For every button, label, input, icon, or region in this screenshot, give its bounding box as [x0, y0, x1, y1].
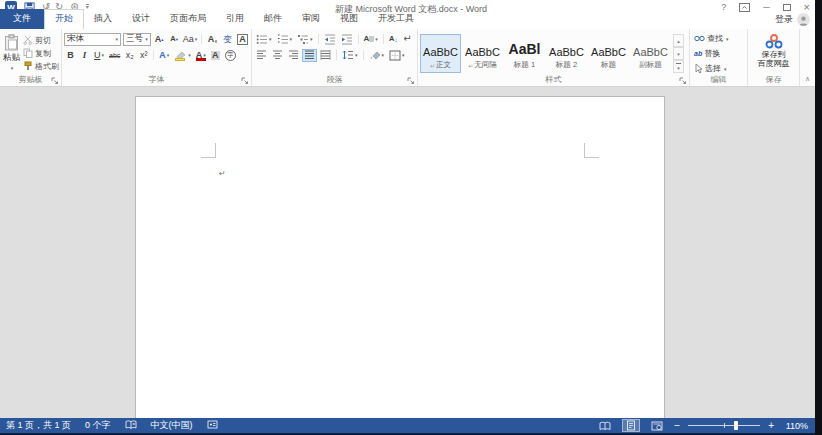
decrease-indent-button[interactable]	[322, 33, 338, 46]
tab-references[interactable]: 引用	[216, 9, 254, 29]
tab-insert[interactable]: 插入	[84, 9, 122, 29]
font-color-button[interactable]: A▾	[194, 49, 208, 62]
styles-scroll-up-icon[interactable]: ▴	[673, 34, 684, 47]
clear-formatting-button[interactable]: A	[206, 33, 219, 46]
styles-dialog-launcher-icon[interactable]	[679, 77, 687, 85]
line-spacing-button[interactable]: ▾	[340, 49, 360, 62]
zoom-out-icon[interactable]: −	[674, 421, 680, 431]
strikethrough-button[interactable]: abc	[107, 49, 122, 62]
find-button[interactable]: 查找 ▾	[694, 32, 745, 45]
paste-dropdown-icon[interactable]: ▾	[11, 65, 14, 71]
minimize-icon[interactable]: ─	[763, 2, 769, 12]
proofing-status[interactable]	[125, 420, 137, 432]
find-icon	[694, 34, 705, 43]
word-count-status[interactable]: 0 个字	[85, 419, 111, 432]
distribute-button[interactable]	[318, 49, 333, 62]
subscript-button[interactable]: x₂	[123, 49, 136, 62]
clipboard-dialog-launcher-icon[interactable]	[51, 77, 59, 85]
language-status[interactable]: 中文(中国)	[151, 419, 193, 432]
document-page[interactable]: ↵	[135, 96, 665, 418]
italic-button[interactable]: I	[78, 49, 91, 62]
sort-button[interactable]: A↓	[387, 33, 400, 46]
font-size-combobox[interactable]: 三号▾	[123, 33, 151, 46]
document-canvas[interactable]: ↵	[0, 87, 822, 418]
font-name-combobox[interactable]: 宋体▾	[64, 33, 121, 46]
save-group: 保存到 百度网盘 保存	[748, 29, 800, 86]
change-case-button[interactable]: Aa▾	[183, 33, 198, 46]
shading-icon	[369, 50, 381, 61]
copy-button[interactable]: 复制	[23, 47, 59, 59]
phonetic-guide-button[interactable]: 变	[221, 33, 234, 46]
page-number-status[interactable]: 第 1 页，共 1 页	[6, 419, 71, 432]
style-normal[interactable]: AaBbC ↵正文	[420, 34, 461, 73]
cut-button[interactable]: 剪切	[23, 34, 59, 46]
asian-layout-dropdown-icon: ▾	[375, 36, 378, 42]
close-icon[interactable]: ×	[804, 2, 810, 12]
web-layout-button[interactable]	[648, 419, 666, 432]
style-name: 标题 2	[556, 60, 577, 70]
read-mode-button[interactable]	[596, 419, 614, 432]
tab-review[interactable]: 审阅	[292, 9, 330, 29]
style-title[interactable]: AaBbC 标题	[588, 34, 629, 73]
borders-button[interactable]: ▾	[387, 49, 407, 62]
screen-edge	[815, 0, 822, 435]
macro-record-status[interactable]	[207, 420, 218, 431]
styles-more-icon[interactable]: ▾	[673, 60, 684, 73]
save-to-baidu-button[interactable]: 保存到 百度网盘	[750, 32, 797, 68]
bullets-button[interactable]: ▾	[254, 33, 274, 46]
align-right-button[interactable]	[286, 49, 301, 62]
increase-indent-button[interactable]	[339, 33, 355, 46]
tab-developer[interactable]: 开发工具	[368, 9, 424, 29]
asian-layout-button[interactable]: A▾	[362, 33, 380, 46]
bold-button[interactable]: B	[64, 49, 77, 62]
help-icon[interactable]: ?	[721, 2, 726, 12]
underline-button[interactable]: U▾	[92, 49, 106, 62]
style-no-spacing[interactable]: AaBbC ↵无间隔	[462, 34, 503, 73]
restore-icon[interactable]	[783, 4, 791, 11]
justify-button[interactable]	[302, 49, 317, 62]
distribute-icon	[320, 50, 331, 60]
style-heading2[interactable]: AaBbC 标题 2	[546, 34, 587, 73]
select-dropdown-icon: ▾	[724, 66, 727, 72]
print-layout-button[interactable]	[622, 419, 640, 432]
highlight-button[interactable]: ▾	[172, 49, 193, 62]
align-left-button[interactable]	[254, 49, 269, 62]
shrink-font-button[interactable]: A▾	[168, 33, 181, 46]
tab-mailings[interactable]: 邮件	[254, 9, 292, 29]
paragraph-dialog-launcher-icon[interactable]	[407, 77, 415, 85]
enclose-characters-button[interactable]: 字	[223, 49, 238, 62]
style-heading1[interactable]: AaBl 标题 1	[504, 34, 545, 73]
character-border-button[interactable]: A	[236, 33, 249, 46]
tab-file[interactable]: 文件	[0, 9, 44, 29]
character-shading-button[interactable]: A	[209, 49, 222, 62]
sign-in[interactable]: 登录	[775, 13, 810, 26]
style-subtitle[interactable]: AaBbC 副标题	[630, 34, 671, 73]
text-effects-button[interactable]: A▾	[157, 49, 171, 62]
zoom-slider-thumb[interactable]	[734, 421, 738, 430]
grow-font-button[interactable]: A▴	[153, 33, 166, 46]
zoom-in-icon[interactable]: +	[768, 421, 774, 431]
numbering-icon	[277, 34, 289, 45]
align-right-icon	[288, 50, 299, 60]
zoom-level[interactable]: 110%	[782, 421, 808, 431]
tab-view[interactable]: 视图	[330, 9, 368, 29]
borders-dropdown-icon: ▾	[402, 52, 405, 58]
multilevel-list-button[interactable]: ▾	[295, 33, 315, 46]
show-hide-marks-button[interactable]: ↵	[401, 33, 414, 46]
replace-button[interactable]: ab 替换	[694, 47, 745, 60]
styles-scroll-down-icon[interactable]: ▾	[673, 47, 684, 60]
collapse-ribbon-icon[interactable]: ∧	[805, 75, 810, 83]
shading-button[interactable]: ▾	[367, 49, 387, 62]
align-center-button[interactable]	[270, 49, 285, 62]
format-painter-icon	[23, 61, 33, 71]
tab-home[interactable]: 开始	[44, 9, 84, 29]
numbering-button[interactable]: ▾	[275, 33, 295, 46]
zoom-slider[interactable]	[688, 419, 760, 432]
font-dialog-launcher-icon[interactable]	[241, 77, 249, 85]
tab-page-layout[interactable]: 页面布局	[160, 9, 216, 29]
format-painter-button[interactable]: 格式刷	[23, 60, 59, 72]
paste-button[interactable]: 粘贴 ▾	[2, 32, 21, 74]
tab-design[interactable]: 设计	[122, 9, 160, 29]
superscript-button[interactable]: x²	[137, 49, 150, 62]
ribbon-display-options-icon[interactable]	[739, 3, 750, 12]
